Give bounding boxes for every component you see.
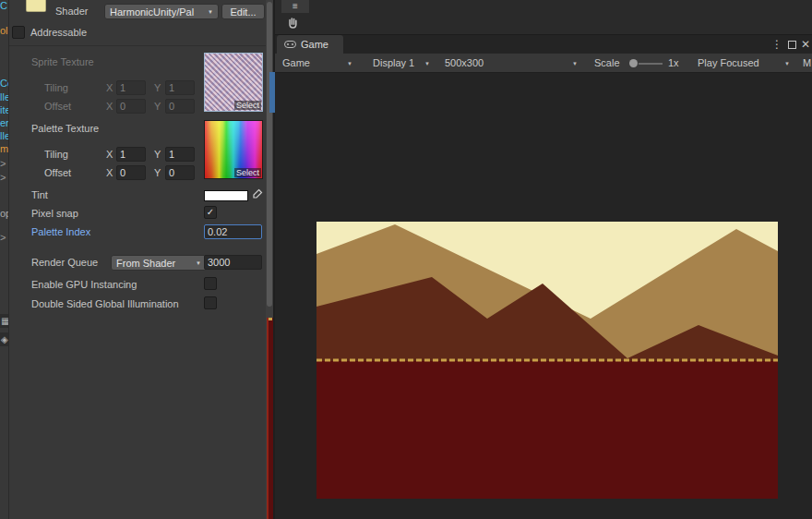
scale-label: Scale — [594, 57, 620, 68]
tab-game-label: Game — [301, 39, 328, 50]
scene-sliver-ground-line — [269, 318, 272, 320]
dsgi-label: Double Sided Global Illumination — [31, 298, 179, 309]
panel-text-fragment: lle — [0, 130, 9, 141]
window-chrome-strip: ≡ — [275, 0, 812, 35]
panel-text-fragment: my — [0, 143, 9, 154]
cutoff-left-panel: CollColleiteenllemy>>op>▦◈ — [0, 0, 9, 519]
render-queue-label: Render Queue — [31, 257, 98, 268]
shader-dropdown-value: HarmonicUnity/Pal — [110, 6, 194, 18]
render-queue-number-field[interactable]: 3000 — [204, 255, 262, 270]
gpu-instancing-label: Enable GPU Instancing — [31, 279, 137, 290]
toolbar-icon[interactable]: ◈ — [0, 332, 9, 346]
panel-text-fragment: ite — [0, 104, 9, 115]
scene-view-sliver — [267, 318, 273, 519]
sprite-tiling-label: Tiling — [44, 82, 68, 93]
palette-tiling-label: Tiling — [44, 149, 68, 160]
sprite-texture-thumbnail[interactable]: Select — [204, 53, 263, 112]
tab-bar: Game ⋮ ✕ — [275, 35, 812, 54]
panel-text-fragment: en — [0, 117, 9, 128]
addressable-label: Addressable — [30, 27, 87, 38]
chevron-down-icon: ▼ — [424, 61, 430, 66]
resolution-dropdown[interactable]: 500x300 — [445, 57, 484, 68]
render-queue-dropdown-value: From Shader — [116, 258, 175, 269]
sprite-tiling-y-field[interactable]: 1 — [165, 80, 195, 95]
mute-audio-cutoff[interactable]: M — [803, 57, 811, 68]
y-label: Y — [154, 149, 161, 160]
palette-offset-y-field[interactable]: 0 — [165, 165, 195, 180]
material-preview-icon — [26, 0, 46, 12]
chevron-down-icon: ▼ — [572, 61, 578, 66]
separator — [9, 45, 266, 46]
palette-offset-x-field[interactable]: 0 — [116, 165, 146, 180]
scale-slider-knob[interactable] — [629, 59, 638, 67]
hand-tool-icon[interactable] — [285, 16, 302, 30]
y-label: Y — [154, 101, 161, 112]
sprite-offset-y-field[interactable]: 0 — [165, 99, 195, 114]
panel-text-fragment: C — [0, 0, 7, 11]
sprite-texture-title: Sprite Texture — [31, 56, 94, 67]
palette-index-field[interactable]: 0.02 — [204, 224, 262, 239]
eyedropper-icon — [252, 188, 263, 199]
panel-text-fragment: op — [0, 208, 9, 219]
x-label: X — [106, 82, 113, 93]
chevron-down-icon: ▼ — [784, 61, 790, 66]
sprite-offset-label: Offset — [44, 101, 71, 112]
more-menu-icon[interactable]: ⋮ — [771, 38, 782, 51]
tint-label: Tint — [31, 189, 48, 200]
x-label: X — [106, 101, 113, 112]
shader-dropdown[interactable]: HarmonicUnity/Pal ▼ — [104, 4, 219, 19]
palette-texture-thumbnail[interactable]: Select — [204, 120, 263, 179]
palette-tiling-x-field[interactable]: 1 — [116, 147, 146, 162]
ground — [316, 361, 778, 499]
tab-game[interactable]: Game — [277, 35, 343, 54]
addressable-checkbox[interactable] — [12, 26, 25, 39]
hamburger-menu-icon[interactable]: ≡ — [281, 0, 309, 13]
panel-text-fragment: > — [0, 232, 6, 243]
display-dropdown[interactable]: Display 1 — [373, 57, 414, 68]
game-toolbar: Game ▼ Display 1 ▼ 500x300 ▼ Scale 1x Pl… — [275, 54, 812, 73]
edit-shader-button[interactable]: Edit... — [221, 4, 265, 19]
palette-texture-title: Palette Texture — [31, 123, 99, 134]
scrollbar-thumb[interactable] — [267, 2, 272, 307]
eyedropper-button[interactable] — [252, 188, 265, 202]
dsgi-checkbox[interactable] — [204, 296, 217, 309]
material-inspector: Shader HarmonicUnity/Pal ▼ Edit... Addre… — [9, 0, 266, 519]
toolbar-icon[interactable]: ▦ — [0, 314, 9, 328]
play-focused-dropdown[interactable]: Play Focused — [698, 57, 759, 68]
render-queue-dropdown[interactable]: From Shader ▼ — [111, 255, 207, 271]
edit-shader-label: Edit... — [230, 6, 256, 18]
gpu-instancing-checkbox[interactable] — [204, 277, 217, 290]
y-label: Y — [154, 82, 161, 93]
check-icon: ✓ — [207, 207, 214, 217]
shader-label: Shader — [55, 6, 88, 17]
palette-offset-label: Offset — [44, 167, 71, 178]
panel-text-fragment: > — [0, 158, 6, 169]
scale-value: 1x — [668, 57, 679, 68]
panel-text-fragment: oll — [0, 25, 9, 36]
palette-index-label: Palette Index — [31, 226, 90, 237]
palette-tiling-y-field[interactable]: 1 — [165, 147, 195, 162]
sprite-tiling-x-field[interactable]: 1 — [116, 80, 146, 95]
pixel-snap-label: Pixel snap — [31, 208, 78, 219]
chevron-down-icon: ▼ — [347, 61, 352, 66]
game-render — [316, 222, 778, 499]
game-view-window: ≡ Game ⋮ ✕ Game ▼ Display 1 ▼ 500x300 ▼ … — [275, 0, 812, 519]
palette-select-button[interactable]: Select — [234, 168, 261, 177]
chevron-down-icon: ▼ — [208, 9, 213, 15]
sprite-select-button[interactable]: Select — [234, 101, 261, 110]
chevron-down-icon: ▼ — [196, 260, 201, 266]
maximize-icon[interactable] — [788, 41, 796, 49]
game-viewport — [275, 73, 812, 519]
panel-text-fragment: > — [0, 172, 6, 183]
game-mode-dropdown[interactable]: Game — [282, 57, 310, 68]
y-label: Y — [154, 167, 161, 178]
game-tab-icon — [284, 40, 296, 49]
sprite-offset-x-field[interactable]: 0 — [116, 99, 146, 114]
tint-color-swatch[interactable] — [204, 190, 248, 201]
scale-slider-track[interactable] — [639, 63, 663, 65]
close-icon[interactable]: ✕ — [801, 38, 810, 51]
panel-text-fragment: Co — [0, 78, 9, 89]
x-label: X — [106, 149, 113, 160]
x-label: X — [106, 167, 113, 178]
pixel-snap-checkbox[interactable]: ✓ — [204, 206, 217, 219]
